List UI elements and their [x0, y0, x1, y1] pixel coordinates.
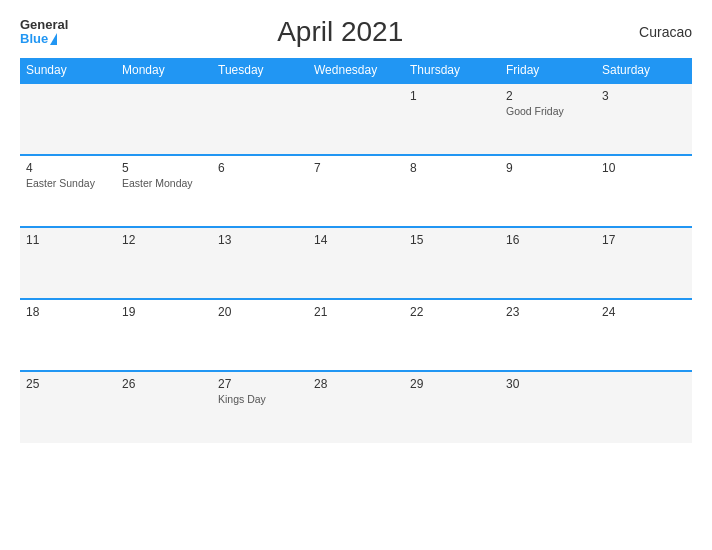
col-saturday: Saturday [596, 58, 692, 83]
calendar-cell: 3 [596, 83, 692, 155]
day-number: 23 [506, 305, 590, 319]
logo-blue-text: Blue [20, 32, 48, 46]
calendar-cell [596, 371, 692, 443]
calendar-header-row: Sunday Monday Tuesday Wednesday Thursday… [20, 58, 692, 83]
day-number: 6 [218, 161, 302, 175]
calendar-header: General Blue April 2021 Curacao [20, 16, 692, 48]
day-number: 5 [122, 161, 206, 175]
day-number: 13 [218, 233, 302, 247]
logo: General Blue [20, 18, 68, 47]
calendar-cell: 19 [116, 299, 212, 371]
calendar-cell: 18 [20, 299, 116, 371]
calendar-cell: 10 [596, 155, 692, 227]
day-number: 20 [218, 305, 302, 319]
calendar-cell [212, 83, 308, 155]
day-number: 18 [26, 305, 110, 319]
calendar-table: Sunday Monday Tuesday Wednesday Thursday… [20, 58, 692, 443]
col-thursday: Thursday [404, 58, 500, 83]
calendar-cell: 30 [500, 371, 596, 443]
day-number: 9 [506, 161, 590, 175]
calendar-week-1: 4Easter Sunday5Easter Monday678910 [20, 155, 692, 227]
day-number: 19 [122, 305, 206, 319]
holiday-label: Easter Monday [122, 177, 206, 189]
day-number: 3 [602, 89, 686, 103]
holiday-label: Easter Sunday [26, 177, 110, 189]
holiday-label: Good Friday [506, 105, 590, 117]
calendar-week-3: 18192021222324 [20, 299, 692, 371]
calendar-cell: 8 [404, 155, 500, 227]
day-number: 30 [506, 377, 590, 391]
calendar-cell: 22 [404, 299, 500, 371]
day-number: 21 [314, 305, 398, 319]
calendar-cell: 28 [308, 371, 404, 443]
day-number: 28 [314, 377, 398, 391]
logo-general-text: General [20, 18, 68, 32]
calendar-cell: 13 [212, 227, 308, 299]
day-number: 11 [26, 233, 110, 247]
col-wednesday: Wednesday [308, 58, 404, 83]
day-number: 25 [26, 377, 110, 391]
col-sunday: Sunday [20, 58, 116, 83]
calendar-cell: 14 [308, 227, 404, 299]
col-monday: Monday [116, 58, 212, 83]
calendar-cell: 23 [500, 299, 596, 371]
calendar-cell: 7 [308, 155, 404, 227]
col-friday: Friday [500, 58, 596, 83]
day-number: 4 [26, 161, 110, 175]
day-number: 26 [122, 377, 206, 391]
day-number: 24 [602, 305, 686, 319]
calendar-cell: 5Easter Monday [116, 155, 212, 227]
calendar-cell [20, 83, 116, 155]
day-number: 22 [410, 305, 494, 319]
calendar-cell: 17 [596, 227, 692, 299]
day-number: 29 [410, 377, 494, 391]
calendar-cell: 1 [404, 83, 500, 155]
day-number: 15 [410, 233, 494, 247]
logo-triangle-icon [50, 33, 57, 45]
day-number: 1 [410, 89, 494, 103]
day-number: 27 [218, 377, 302, 391]
day-number: 7 [314, 161, 398, 175]
calendar-cell: 9 [500, 155, 596, 227]
calendar-cell: 27Kings Day [212, 371, 308, 443]
calendar-page: General Blue April 2021 Curacao Sunday M… [0, 0, 712, 550]
calendar-cell: 12 [116, 227, 212, 299]
calendar-week-0: 12Good Friday3 [20, 83, 692, 155]
calendar-body: 12Good Friday34Easter Sunday5Easter Mond… [20, 83, 692, 443]
calendar-cell: 25 [20, 371, 116, 443]
calendar-cell: 4Easter Sunday [20, 155, 116, 227]
calendar-week-2: 11121314151617 [20, 227, 692, 299]
calendar-cell: 11 [20, 227, 116, 299]
calendar-cell: 6 [212, 155, 308, 227]
calendar-cell: 2Good Friday [500, 83, 596, 155]
day-number: 2 [506, 89, 590, 103]
day-number: 17 [602, 233, 686, 247]
calendar-week-4: 252627Kings Day282930 [20, 371, 692, 443]
day-number: 14 [314, 233, 398, 247]
calendar-cell: 15 [404, 227, 500, 299]
calendar-title: April 2021 [68, 16, 612, 48]
day-number: 12 [122, 233, 206, 247]
calendar-cell: 20 [212, 299, 308, 371]
calendar-cell: 21 [308, 299, 404, 371]
region-label: Curacao [612, 24, 692, 40]
calendar-cell: 24 [596, 299, 692, 371]
holiday-label: Kings Day [218, 393, 302, 405]
calendar-cell [308, 83, 404, 155]
calendar-cell: 26 [116, 371, 212, 443]
calendar-cell: 16 [500, 227, 596, 299]
calendar-cell: 29 [404, 371, 500, 443]
day-number: 10 [602, 161, 686, 175]
col-tuesday: Tuesday [212, 58, 308, 83]
day-number: 16 [506, 233, 590, 247]
day-number: 8 [410, 161, 494, 175]
calendar-cell [116, 83, 212, 155]
